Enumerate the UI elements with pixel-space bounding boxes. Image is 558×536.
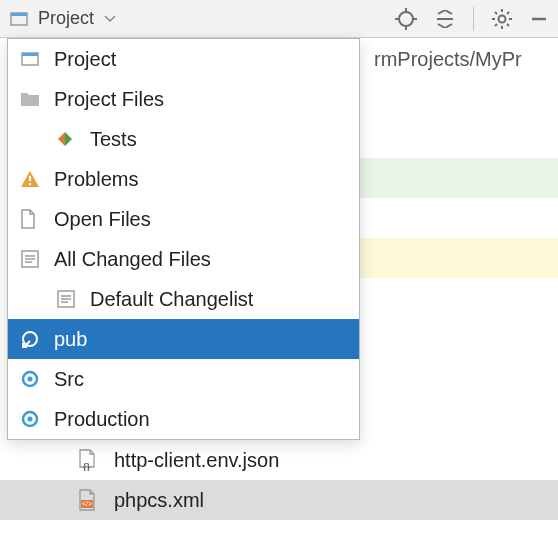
dropdown-item-label: Default Changelist [90,288,253,311]
dropdown-item-src[interactable]: Src [8,359,359,399]
dropdown-item-tests[interactable]: Tests [8,119,359,159]
file-row-phpcs[interactable]: </> phpcs.xml [0,480,558,520]
view-selector-label[interactable]: Project [38,8,94,29]
file-label: http-client.env.json [114,449,279,472]
svg-rect-21 [29,183,31,185]
svg-point-34 [28,417,33,422]
dropdown-item-label: Problems [54,168,138,191]
folder-icon [20,90,48,108]
project-icon [20,49,48,69]
dropdown-item-open-files[interactable]: Open Files [8,199,359,239]
dropdown-item-project[interactable]: Project [8,39,359,79]
file-label: phpcs.xml [114,489,204,512]
vcs-added-bg [360,158,558,198]
breadcrumb: rmProjects/MyPr [374,48,522,71]
dropdown-item-label: Production [54,408,150,431]
gear-icon[interactable] [492,9,512,29]
scope-icon [20,369,48,389]
svg-point-2 [399,12,413,26]
xml-icon: </> [78,489,106,511]
svg-point-8 [499,15,506,22]
chevron-down-icon[interactable] [104,15,116,23]
vcs-modified-bg [360,238,558,278]
dropdown-item-default-changelist[interactable]: Default Changelist [8,279,359,319]
svg-line-14 [507,24,509,26]
project-toolbar: Project [0,0,558,38]
dropdown-item-project-files[interactable]: Project Files [8,79,359,119]
dropdown-item-label: pub [54,328,87,351]
scope-share-icon [20,329,48,349]
dropdown-item-production[interactable]: Production [8,399,359,439]
file-icon [20,209,48,229]
json-icon: {} [78,449,106,471]
svg-rect-1 [11,13,27,16]
dropdown-item-label: Project [54,48,116,71]
project-view-icon [10,10,28,28]
svg-rect-19 [22,53,38,56]
collapse-all-icon[interactable] [435,10,455,28]
warning-icon [20,170,48,188]
svg-line-13 [495,12,497,14]
dropdown-item-label: Project Files [54,88,164,111]
minimize-icon[interactable] [530,10,548,28]
scope-icon [20,409,48,429]
svg-line-16 [507,12,509,14]
file-tree-visible: {} http-client.env.json </> phpcs.xml [0,440,558,520]
svg-point-32 [28,377,33,382]
file-row-http-client[interactable]: {} http-client.env.json [0,440,558,480]
changes-icon [20,249,48,269]
dropdown-item-label: All Changed Files [54,248,211,271]
toolbar-divider [473,7,474,31]
svg-line-15 [495,24,497,26]
changes-icon [56,289,84,309]
locate-icon[interactable] [395,8,417,30]
dropdown-item-all-changed[interactable]: All Changed Files [8,239,359,279]
svg-rect-20 [29,176,31,181]
dropdown-item-pub[interactable]: pub [8,319,359,359]
dropdown-item-problems[interactable]: Problems [8,159,359,199]
dropdown-item-label: Tests [90,128,137,151]
svg-point-30 [23,332,37,346]
dropdown-item-label: Src [54,368,84,391]
svg-text:{}: {} [83,462,91,471]
tests-icon [56,130,84,148]
view-dropdown: Project Project Files Tests Problems Ope… [7,38,360,440]
svg-text:</>: </> [82,500,92,507]
dropdown-item-label: Open Files [54,208,151,231]
